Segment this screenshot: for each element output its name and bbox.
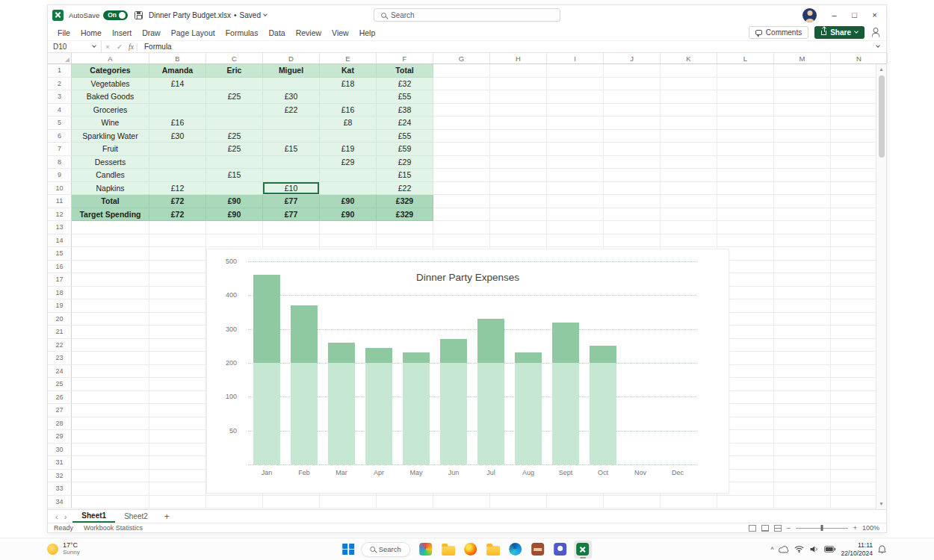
normal-view-icon[interactable] xyxy=(749,525,756,532)
cell-D2[interactable] xyxy=(263,78,320,91)
cell-M28[interactable] xyxy=(774,417,831,431)
cell-H7[interactable] xyxy=(490,143,547,156)
cell-E11[interactable]: £90 xyxy=(320,195,377,208)
cell-I4[interactable] xyxy=(547,104,604,117)
cell-M15[interactable] xyxy=(774,247,831,261)
cell-B18[interactable] xyxy=(149,287,206,300)
formula-bar-expand-icon[interactable] xyxy=(876,43,880,48)
zoom-in-button[interactable]: + xyxy=(853,524,857,532)
cell-D14[interactable] xyxy=(263,234,320,248)
formula-input[interactable]: Formula xyxy=(137,43,876,51)
column-header-L[interactable]: L xyxy=(717,53,774,63)
cell-J10[interactable] xyxy=(604,182,661,196)
cell-E34[interactable] xyxy=(320,496,377,509)
start-button[interactable] xyxy=(342,544,354,556)
cell-A18[interactable] xyxy=(72,287,149,300)
cell-K6[interactable] xyxy=(661,130,717,143)
cell-B26[interactable] xyxy=(149,391,206,405)
zoom-level[interactable]: 100% xyxy=(862,524,880,532)
document-title[interactable]: Dinner Party Budget.xlsx • Saved xyxy=(149,11,267,19)
cell-D1[interactable]: Miguel xyxy=(263,64,320,78)
cell-E9[interactable] xyxy=(320,169,377,182)
cell-M17[interactable] xyxy=(774,273,831,287)
row-header-31[interactable]: 31 xyxy=(48,456,72,470)
cell-B32[interactable] xyxy=(149,470,206,483)
cell-B11[interactable]: £72 xyxy=(149,195,206,208)
row-header-21[interactable]: 21 xyxy=(48,326,72,339)
cell-K34[interactable] xyxy=(661,496,717,509)
cell-I1[interactable] xyxy=(547,64,604,78)
cell-C7[interactable]: £25 xyxy=(206,143,263,156)
cell-A27[interactable] xyxy=(72,404,149,417)
cell-A5[interactable]: Wine xyxy=(72,116,149,130)
scroll-up-icon[interactable]: ▲ xyxy=(879,66,883,73)
cell-B10[interactable]: £12 xyxy=(149,182,206,196)
cell-H2[interactable] xyxy=(490,78,547,91)
cell-I6[interactable] xyxy=(547,130,604,143)
cell-A10[interactable]: Napkins xyxy=(72,182,149,196)
cell-K9[interactable] xyxy=(661,169,717,182)
cell-G10[interactable] xyxy=(433,182,490,196)
cell-A21[interactable] xyxy=(72,326,149,339)
cell-H9[interactable] xyxy=(490,169,547,182)
cell-D6[interactable] xyxy=(263,130,320,143)
cell-J13[interactable] xyxy=(604,221,661,234)
cell-E5[interactable]: £8 xyxy=(320,116,377,130)
cell-I34[interactable] xyxy=(547,496,604,509)
cell-E2[interactable]: £18 xyxy=(320,78,377,91)
cell-B25[interactable] xyxy=(149,378,206,391)
cell-M20[interactable] xyxy=(774,313,831,326)
cell-K12[interactable] xyxy=(661,208,717,222)
cell-F7[interactable]: £59 xyxy=(377,143,433,156)
cell-M27[interactable] xyxy=(774,404,831,417)
column-header-N[interactable]: N xyxy=(831,53,888,63)
cell-M14[interactable] xyxy=(774,234,831,248)
cell-B1[interactable]: Amanda xyxy=(149,64,206,78)
cell-F14[interactable] xyxy=(377,234,433,248)
page-layout-view-icon[interactable] xyxy=(761,525,769,532)
row-header-24[interactable]: 24 xyxy=(48,365,72,379)
cell-K7[interactable] xyxy=(661,143,717,156)
user-avatar[interactable] xyxy=(802,8,817,22)
cell-J34[interactable] xyxy=(604,496,661,509)
row-header-12[interactable]: 12 xyxy=(48,208,72,222)
cell-C11[interactable]: £90 xyxy=(206,195,263,208)
cell-H6[interactable] xyxy=(490,130,547,143)
cell-H10[interactable] xyxy=(490,182,547,196)
cell-M8[interactable] xyxy=(774,156,831,169)
photos-icon[interactable] xyxy=(417,541,435,559)
cell-I14[interactable] xyxy=(547,234,604,248)
cell-G7[interactable] xyxy=(433,143,490,156)
cell-M22[interactable] xyxy=(774,339,831,352)
column-header-G[interactable]: G xyxy=(433,53,490,63)
cell-J11[interactable] xyxy=(604,195,661,208)
row-header-30[interactable]: 30 xyxy=(48,444,72,457)
column-header-F[interactable]: F xyxy=(377,53,433,63)
add-sheet-button[interactable]: + xyxy=(157,511,177,522)
cell-D7[interactable]: £15 xyxy=(263,143,320,156)
cell-A15[interactable] xyxy=(72,247,149,261)
cell-I12[interactable] xyxy=(547,208,604,222)
cell-M30[interactable] xyxy=(774,444,831,457)
cell-A31[interactable] xyxy=(72,456,149,470)
cell-I13[interactable] xyxy=(547,221,604,234)
cell-M23[interactable] xyxy=(774,352,831,365)
cell-A17[interactable] xyxy=(72,273,149,287)
cell-I11[interactable] xyxy=(547,195,604,208)
cell-A22[interactable] xyxy=(72,339,149,352)
cell-B30[interactable] xyxy=(149,444,206,457)
cell-A13[interactable] xyxy=(72,221,149,234)
cell-F1[interactable]: Total xyxy=(377,64,433,78)
expenses-chart[interactable]: Dinner Party Expenses 50040030020010050 … xyxy=(206,249,729,494)
cell-B22[interactable] xyxy=(149,339,206,352)
cell-G11[interactable] xyxy=(433,195,490,208)
cell-C12[interactable]: £90 xyxy=(206,208,263,222)
cell-G1[interactable] xyxy=(433,64,490,78)
cell-A2[interactable]: Vegetables xyxy=(72,78,149,91)
cell-E8[interactable]: £29 xyxy=(320,156,377,169)
cell-A14[interactable] xyxy=(72,234,149,248)
cell-C1[interactable]: Eric xyxy=(206,64,263,78)
row-header-6[interactable]: 6 xyxy=(48,130,72,143)
cell-J5[interactable] xyxy=(604,116,661,130)
cell-C14[interactable] xyxy=(206,234,263,248)
